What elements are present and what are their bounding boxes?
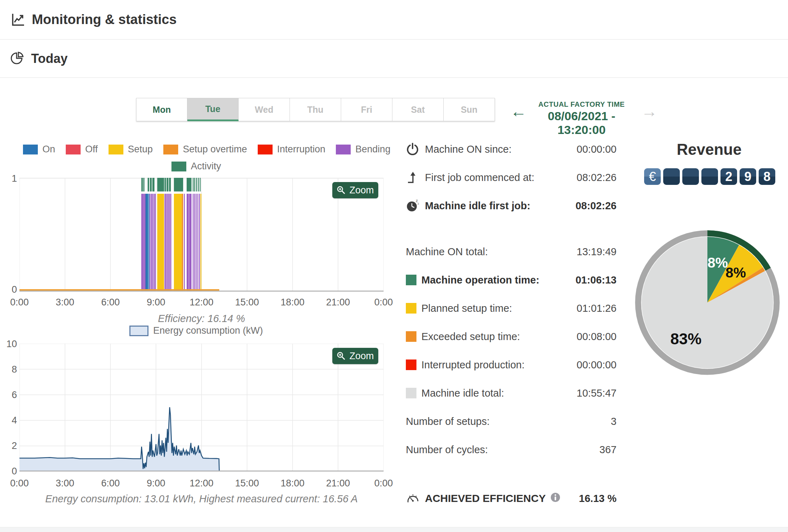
- activity-segment: [198, 178, 199, 192]
- axis-tick-label: 3:00: [49, 478, 81, 489]
- energy-zoom-button[interactable]: Zoom: [332, 348, 378, 364]
- timeline-zoom-button[interactable]: Zoom: [332, 182, 378, 198]
- status-segment: [169, 194, 170, 291]
- legend-item-setup: Setup: [109, 144, 153, 155]
- status-segment: [143, 194, 144, 291]
- stat-exceeded-setup-time: Exceeded setup time: 00:08:00: [406, 329, 617, 344]
- status-segment: [148, 194, 150, 291]
- axis-tick-label: 0:00: [368, 478, 399, 489]
- baseline-segment: [19, 289, 219, 291]
- operation-time-swatch: [406, 275, 416, 285]
- activity-segment: [167, 178, 168, 192]
- status-segment: [144, 194, 145, 291]
- activity-segment: [193, 178, 194, 192]
- status-segment: [194, 194, 195, 291]
- axis-tick-label: 4: [4, 415, 17, 426]
- next-section-edge: [0, 527, 788, 532]
- status-segment: [151, 194, 152, 291]
- pie-slice-label: 83%: [670, 330, 701, 347]
- stat-machine-operation-time: Machine operation time: 01:06:13: [406, 272, 617, 288]
- axis-tick-label: 6:00: [95, 478, 127, 489]
- timeline-chart: [19, 178, 384, 292]
- legend-item-setup-overtime: Setup overtime: [163, 144, 247, 155]
- status-segment: [197, 194, 198, 291]
- timeline-ymax-label: 1: [4, 173, 17, 184]
- axis-tick-label: 0:00: [368, 297, 399, 308]
- currency-cell: €: [644, 168, 661, 185]
- activity-segment: [157, 178, 164, 192]
- monitoring-dashboard: Monitoring & statistics Today Mon Tue We…: [0, 0, 788, 532]
- svg-text:z: z: [418, 202, 419, 205]
- tab-tue[interactable]: Tue: [187, 98, 239, 121]
- planned-setup-swatch: [406, 303, 416, 314]
- gauge-icon: [406, 491, 421, 505]
- tab-sun[interactable]: Sun: [444, 98, 495, 121]
- magnifier-plus-icon: [337, 351, 346, 361]
- tab-mon[interactable]: Mon: [136, 98, 187, 121]
- tab-thu[interactable]: Thu: [290, 98, 341, 121]
- status-segment: [164, 194, 165, 291]
- status-segment: [189, 194, 192, 291]
- status-segment: [196, 194, 197, 291]
- activity-segment: [196, 178, 197, 192]
- page-header: Monitoring & statistics: [0, 0, 788, 40]
- stat-planned-setup-time: Planned setup time: 01:01:26: [406, 300, 617, 316]
- status-segment: [174, 194, 182, 291]
- factory-time-label: ACTUAL FACTORY TIME: [523, 100, 640, 109]
- status-segment: [167, 194, 168, 291]
- status-segment: [150, 194, 151, 291]
- tab-fri[interactable]: Fri: [341, 98, 392, 121]
- revenue-title: Revenue: [636, 141, 782, 158]
- activity-segment: [194, 178, 195, 192]
- stat-machine-on-total: Machine ON total: 13:19:49: [406, 244, 617, 259]
- axis-tick-label: 2: [4, 440, 17, 451]
- day-tabs: Mon Tue Wed Thu Fri Sat Sun: [136, 98, 495, 121]
- activity-segment: [150, 178, 152, 192]
- activity-segment: [200, 178, 201, 192]
- status-segment: [152, 194, 153, 291]
- activity-segment: [142, 178, 144, 192]
- section-title: Today: [31, 51, 68, 66]
- revenue-digit: 8: [759, 168, 775, 185]
- status-segment: [199, 194, 200, 291]
- energy-chart-canvas: [19, 344, 384, 472]
- status-segment: [168, 194, 169, 291]
- stat-machine-idle-first-job: zz Machine idle first job: 08:02:26: [406, 198, 617, 214]
- axis-tick-label: 12:00: [186, 297, 217, 308]
- time-distribution-pie-chart: 8%8%83%: [635, 230, 780, 375]
- achieved-efficiency-value: 16.13 %: [579, 493, 617, 504]
- axis-tick-label: 12:00: [186, 478, 217, 489]
- axis-tick-label: 0: [4, 466, 17, 477]
- energy-legend: Energy consumption (kW): [19, 325, 384, 336]
- axis-tick-label: 6:00: [95, 297, 127, 308]
- revenue-digit: [663, 168, 680, 185]
- stat-first-job: First job commenced at: 08:02:26: [406, 170, 617, 185]
- status-segment: [187, 194, 189, 291]
- status-legend-row2: Activity: [19, 161, 384, 172]
- interrupted-swatch: [406, 359, 416, 370]
- axis-tick-label: 0:00: [4, 478, 35, 489]
- legend-item-off: Off: [66, 144, 98, 155]
- next-day-arrow[interactable]: →: [641, 103, 658, 119]
- timeline-chart-canvas: [19, 178, 384, 292]
- tab-wed[interactable]: Wed: [239, 98, 290, 121]
- info-icon[interactable]: [550, 492, 561, 505]
- pie-chart-icon: [11, 52, 25, 66]
- bending-swatch: [336, 145, 351, 154]
- exceeded-setup-swatch: [406, 331, 416, 342]
- axis-tick-label: 8: [4, 364, 17, 375]
- activity-segment: [164, 178, 166, 192]
- tab-sat[interactable]: Sat: [392, 98, 444, 121]
- axis-tick-label: 15:00: [231, 297, 263, 308]
- activity-segment: [148, 178, 149, 192]
- axis-tick-label: 21:00: [322, 297, 354, 308]
- status-segment: [182, 194, 183, 291]
- status-segment: [200, 194, 202, 291]
- legend-item-bending: Bending: [336, 144, 390, 155]
- axis-tick-label: 10: [4, 339, 17, 350]
- axis-tick-label: 9:00: [140, 478, 172, 489]
- status-segment: [193, 194, 194, 291]
- timeline-x-axis: 0:003:006:009:0012:0015:0018:0021:000:00: [19, 297, 384, 309]
- status-segment: [184, 194, 185, 291]
- activity-segment: [187, 178, 192, 192]
